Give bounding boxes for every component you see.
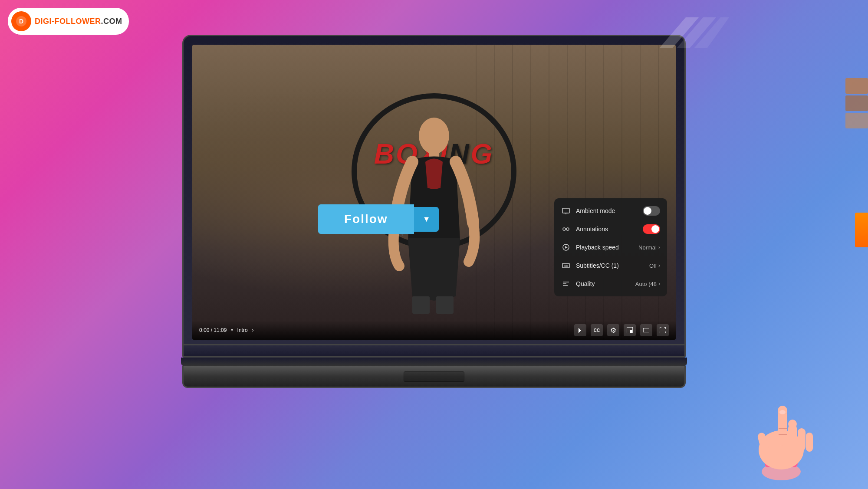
playback-label: Playback speed	[576, 244, 638, 251]
cc-button[interactable]: CC	[591, 324, 603, 336]
settings-item-ambient[interactable]: Ambient mode	[554, 202, 667, 220]
side-thumb-1	[845, 78, 868, 94]
video-content: BOXING	[192, 45, 676, 340]
settings-item-playback[interactable]: Playback speed Normal ›	[554, 238, 667, 256]
quality-chevron: ›	[658, 281, 660, 287]
logo-text: DIGI-FOLLOWER.COM	[35, 17, 122, 26]
laptop: BOXING	[182, 35, 686, 388]
svg-point-14	[566, 228, 569, 230]
svg-point-34	[788, 420, 797, 428]
ambient-label: Ambient mode	[576, 207, 643, 214]
svg-text:D: D	[19, 18, 23, 25]
playback-value: Normal	[638, 244, 657, 251]
svg-point-6	[419, 118, 449, 154]
svg-rect-23	[630, 330, 632, 333]
ambient-toggle[interactable]	[643, 206, 660, 216]
svg-text:CC: CC	[564, 265, 568, 267]
annotations-toggle[interactable]	[643, 224, 660, 234]
svg-point-13	[563, 228, 566, 230]
settings-panel: Ambient mode Annotations	[554, 198, 667, 296]
ambient-icon	[561, 206, 571, 216]
svg-point-38	[779, 410, 786, 414]
settings-item-subtitles[interactable]: CC Subtitles/CC (1) Off ›	[554, 256, 667, 275]
annotations-label: Annotations	[576, 226, 643, 233]
intro-next[interactable]: ›	[252, 327, 254, 333]
svg-rect-9	[436, 296, 454, 314]
laptop-screen-bezel: BOXING	[182, 35, 686, 345]
svg-rect-24	[643, 328, 649, 332]
subtitles-icon: CC	[561, 261, 571, 270]
side-thumbnails	[842, 78, 868, 128]
miniplayer-button[interactable]	[624, 324, 636, 336]
follow-button[interactable]: Follow	[318, 204, 414, 234]
intro-label: Intro	[237, 327, 248, 333]
fullscreen-button[interactable]	[657, 324, 669, 336]
time-separator: •	[231, 327, 233, 333]
settings-button[interactable]: ⚙	[607, 324, 619, 336]
autoplay-button[interactable]: ⏵	[574, 324, 586, 336]
side-orange-bar	[855, 213, 868, 247]
time-display: 0:00 / 11:09	[199, 327, 227, 333]
svg-marker-16	[565, 246, 568, 249]
quality-icon	[561, 279, 571, 289]
laptop-screen: BOXING	[192, 45, 676, 340]
logo-icon: D	[11, 11, 31, 31]
svg-rect-8	[412, 296, 430, 314]
settings-item-annotations[interactable]: Annotations	[554, 220, 667, 238]
svg-rect-35	[798, 428, 806, 451]
playback-chevron: ›	[658, 244, 660, 250]
laptop-bottom	[182, 366, 686, 388]
laptop-base	[182, 345, 686, 358]
theater-button[interactable]	[640, 324, 652, 336]
side-thumb-2	[845, 95, 868, 111]
laptop-hinge	[181, 358, 687, 366]
video-controls-bar: 0:00 / 11:09 • Intro › ⏵ CC ⚙	[192, 321, 676, 340]
svg-rect-10	[562, 208, 569, 213]
logo: D DIGI-FOLLOWER.COM	[8, 8, 129, 35]
annotations-icon	[561, 224, 571, 234]
trackpad	[404, 371, 464, 382]
settings-item-quality[interactable]: Quality Auto (48 ›	[554, 275, 667, 293]
side-thumb-3	[845, 113, 868, 128]
follow-dropdown-button[interactable]: ▼	[414, 207, 439, 232]
quality-label: Quality	[576, 280, 635, 287]
svg-rect-36	[806, 433, 813, 452]
subtitles-chevron: ›	[658, 263, 660, 269]
playback-icon	[561, 243, 571, 252]
subtitles-value: Off	[649, 263, 657, 269]
subtitles-label: Subtitles/CC (1)	[576, 262, 649, 269]
hand-pointer	[746, 385, 816, 472]
follow-button-container: Follow ▼	[318, 204, 439, 234]
quality-value: Auto (48	[635, 281, 657, 287]
